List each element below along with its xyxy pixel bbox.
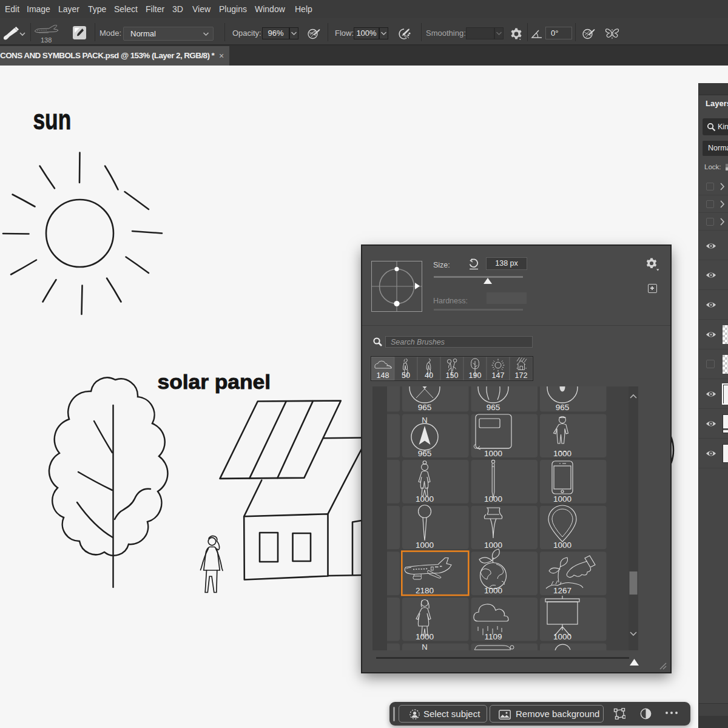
- svg-text:1267: 1267: [553, 586, 571, 595]
- svg-text:N: N: [422, 642, 427, 650]
- svg-text:1000: 1000: [553, 449, 571, 458]
- svg-text:1000: 1000: [416, 632, 434, 641]
- svg-text:1000: 1000: [553, 541, 571, 550]
- svg-text:1000: 1000: [416, 494, 434, 504]
- svg-text:sun: sun: [33, 103, 72, 135]
- svg-text:965: 965: [418, 449, 432, 458]
- svg-text:1000: 1000: [553, 632, 571, 641]
- svg-text:965: 965: [556, 403, 570, 412]
- svg-text:1109: 1109: [484, 632, 502, 641]
- svg-text:1000: 1000: [484, 449, 502, 458]
- svg-text:1000: 1000: [553, 494, 571, 504]
- svg-text:1000: 1000: [484, 494, 502, 504]
- svg-text:1000: 1000: [416, 541, 434, 550]
- svg-text:965: 965: [487, 403, 500, 412]
- svg-text:1000: 1000: [484, 541, 502, 550]
- svg-text:965: 965: [418, 403, 432, 412]
- svg-text:1000: 1000: [484, 586, 502, 595]
- svg-text:2180: 2180: [416, 586, 434, 595]
- svg-text:solar panel: solar panel: [158, 370, 271, 393]
